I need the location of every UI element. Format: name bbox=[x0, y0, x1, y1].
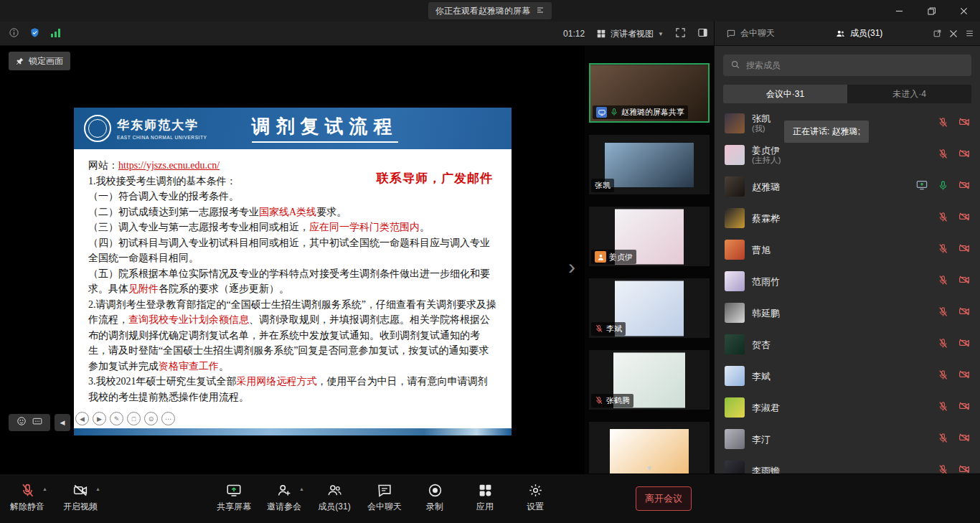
search-icon bbox=[730, 60, 740, 72]
presentation-slide: 华东师范大学 EAST CHINA NORMAL UNIVERSITY 调剂复试… bbox=[74, 108, 512, 435]
mic-muted-icon bbox=[20, 481, 35, 499]
members-button[interactable]: 成员(31) bbox=[317, 481, 352, 513]
collapse-toolbar-button[interactable]: ◀ bbox=[55, 414, 70, 431]
slide-text-line: （五）院系根据本单位实际情况及专业的学科特点对接受考生调剂条件做出进一步细化和要… bbox=[88, 266, 497, 297]
shared-screen-area: 锁定画面 华东师范大学 EAST CHINA NORMAL UNIVERSITY… bbox=[0, 46, 585, 473]
member-avatar bbox=[725, 145, 745, 165]
people-icon bbox=[835, 29, 846, 39]
member-name: 蔡霖桦 bbox=[752, 213, 780, 224]
member-avatar bbox=[725, 303, 745, 323]
member-avatar bbox=[725, 208, 745, 228]
member-list: 张凯(我)姜贞伊(主持人)赵雅璐蔡霖桦曹旭范雨竹韩延鹏贺杏李斌李淑君李汀李雨蟾 bbox=[715, 108, 980, 473]
member-row[interactable]: 李汀 bbox=[715, 423, 980, 455]
chevron-up-icon[interactable]: ▲ bbox=[299, 486, 304, 491]
expand-panel-chevron[interactable]: › bbox=[568, 256, 575, 278]
member-name: 李淑君 bbox=[752, 402, 780, 413]
member-avatar bbox=[725, 429, 745, 449]
video-thumbnail[interactable] bbox=[589, 422, 710, 481]
university-logo bbox=[84, 115, 111, 142]
participant-name: 姜贞伊 bbox=[609, 252, 633, 263]
camera-off-icon bbox=[958, 242, 970, 257]
mic-muted-icon bbox=[938, 149, 948, 162]
video-thumbnail[interactable]: 张鹤腾 bbox=[589, 350, 710, 410]
tab-in-meeting[interactable]: 会议中·31 bbox=[723, 85, 847, 103]
popout-panel-icon[interactable] bbox=[933, 29, 942, 38]
chat-button[interactable]: 会中聊天 bbox=[367, 481, 402, 513]
caption-message-icon[interactable] bbox=[32, 416, 42, 429]
restore-button[interactable] bbox=[915, 0, 948, 22]
mic-muted-icon bbox=[938, 369, 948, 383]
member-row[interactable]: 李淑君 bbox=[715, 392, 980, 423]
camera-off-icon bbox=[958, 400, 970, 415]
mic-muted-icon bbox=[595, 324, 603, 334]
unmute-button[interactable]: 解除静音 ▲ bbox=[10, 481, 44, 513]
member-row[interactable]: 李斌 bbox=[715, 360, 980, 392]
search-input[interactable] bbox=[723, 55, 971, 76]
mic-muted-icon bbox=[938, 433, 948, 446]
slide-body: 联系导师，广发邮件 网站：https://yjszs.ecnu.edu.cn/1… bbox=[74, 149, 512, 405]
close-panel-icon[interactable] bbox=[949, 29, 958, 38]
tab-chat[interactable]: 会中聊天 bbox=[717, 22, 783, 46]
info-icon[interactable] bbox=[9, 27, 19, 41]
video-thumbnail[interactable]: 李斌 bbox=[589, 278, 710, 338]
mic-muted-icon bbox=[938, 401, 948, 415]
more-icon: ⋯ bbox=[161, 412, 175, 425]
member-row[interactable]: 韩延鹏 bbox=[715, 297, 980, 329]
presenter-badge-icon bbox=[595, 251, 606, 263]
close-button[interactable] bbox=[948, 0, 980, 22]
member-avatar bbox=[725, 397, 745, 418]
member-row[interactable]: 范雨竹 bbox=[715, 265, 980, 297]
mic-muted-icon bbox=[938, 275, 948, 288]
view-mode-dropdown[interactable]: 演讲者视图 ▼ bbox=[596, 28, 664, 40]
apps-button[interactable]: 应用 bbox=[468, 481, 502, 513]
member-row[interactable]: 贺杏 bbox=[715, 329, 980, 360]
start-video-button[interactable]: 开启视频 ▲ bbox=[63, 481, 98, 513]
speaking-tooltip: 正在讲话: 赵雅璐; bbox=[784, 121, 869, 143]
chevron-up-icon[interactable]: ▲ bbox=[42, 486, 47, 491]
banner-menu-icon[interactable] bbox=[536, 6, 545, 17]
pin-icon bbox=[16, 57, 24, 65]
video-thumbnail[interactable]: 赵雅璐的屏幕共享 bbox=[589, 63, 710, 123]
fullscreen-icon[interactable] bbox=[675, 27, 686, 40]
security-shield-icon[interactable] bbox=[29, 27, 40, 41]
invite-button[interactable]: 邀请参会 ▲ bbox=[267, 481, 301, 513]
minimize-button[interactable] bbox=[883, 0, 915, 22]
settings-button[interactable]: 设置 bbox=[518, 481, 552, 513]
mic-muted-icon bbox=[938, 243, 948, 257]
network-signal-icon[interactable] bbox=[50, 27, 61, 40]
mic-muted-icon bbox=[595, 396, 603, 406]
smiley-icon[interactable] bbox=[17, 416, 27, 429]
share-screen-button[interactable]: 共享屏幕 bbox=[217, 481, 251, 513]
thumbnail-label: 张凯 bbox=[591, 179, 614, 192]
member-role: (我) bbox=[752, 124, 771, 133]
apps-grid-icon bbox=[478, 481, 493, 499]
panel-menu-icon[interactable] bbox=[965, 29, 974, 38]
gear-icon bbox=[528, 481, 543, 499]
member-row[interactable]: 姜贞伊(主持人) bbox=[715, 139, 980, 171]
video-feed bbox=[605, 143, 694, 187]
side-panel-toggle-icon[interactable] bbox=[697, 27, 708, 40]
member-row[interactable]: 赵雅璐 bbox=[715, 171, 980, 202]
video-thumbnail[interactable]: 张凯 bbox=[589, 135, 710, 194]
record-button[interactable]: 录制 bbox=[418, 481, 452, 513]
member-row[interactable]: 曹旭 bbox=[715, 234, 980, 265]
slide-footer-band bbox=[74, 428, 512, 435]
member-tabs: 会议中·31 未进入·4 bbox=[723, 85, 971, 103]
member-avatar bbox=[725, 240, 745, 260]
member-row[interactable]: 蔡霖桦 bbox=[715, 202, 980, 234]
mic-muted-icon bbox=[938, 117, 948, 131]
tab-members[interactable]: 成员(31) bbox=[826, 22, 891, 46]
reaction-toolbar bbox=[9, 414, 50, 431]
scroll-down-chevron[interactable]: ▼ bbox=[585, 464, 714, 472]
chevron-down-icon: ▼ bbox=[658, 31, 664, 37]
member-row[interactable]: 李雨蟾 bbox=[715, 455, 980, 473]
mic-muted-icon bbox=[938, 306, 948, 320]
tab-not-joined[interactable]: 未进入·4 bbox=[847, 85, 971, 103]
meeting-window: 你正在观看赵雅璐的屏幕 bbox=[0, 0, 980, 523]
screen-share-badge-icon bbox=[596, 107, 607, 118]
video-thumbnail[interactable]: 姜贞伊 bbox=[589, 207, 710, 266]
leave-meeting-button[interactable]: 离开会议 bbox=[636, 486, 692, 511]
slide-annotation-toolbar: ◀ ▶ ✎ □ ⊙ ⋯ bbox=[75, 412, 175, 425]
lock-view-button[interactable]: 锁定画面 bbox=[9, 52, 70, 70]
chevron-up-icon[interactable]: ▲ bbox=[95, 486, 100, 491]
